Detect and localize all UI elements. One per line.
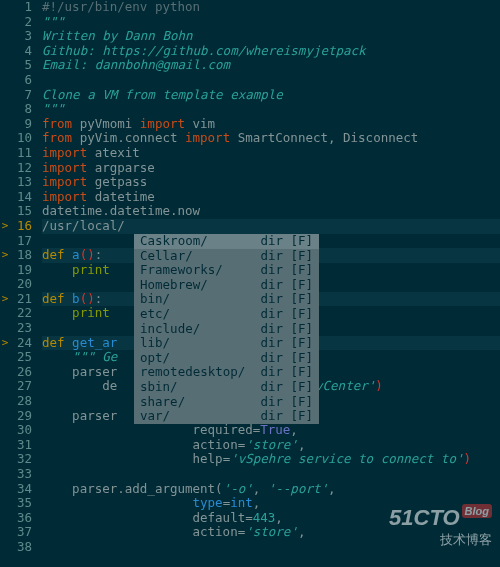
code-line: import atexit (42, 146, 500, 161)
code-line: import datetime (42, 190, 500, 205)
line-number: 37 (10, 525, 32, 540)
line-number: 10 (10, 131, 32, 146)
line-number: 7 (10, 88, 32, 103)
gutter-sign (0, 58, 10, 73)
line-number: 12 (10, 161, 32, 176)
code-line: from pyVim.connect import SmartConnect, … (42, 131, 500, 146)
completion-item[interactable]: sbin/ dir [F] (134, 380, 319, 395)
gutter-sign (0, 409, 10, 424)
gutter-sign: > (0, 292, 10, 307)
gutter-sign (0, 15, 10, 30)
gutter-sign (0, 29, 10, 44)
gutter-sign (0, 146, 10, 161)
gutter-sign (0, 204, 10, 219)
code-line: datetime.datetime.now (42, 204, 500, 219)
completion-item[interactable]: var/ dir [F] (134, 409, 319, 424)
line-number: 21 (10, 292, 32, 307)
code-line: parser.add_argument('-o', '--port', (42, 482, 500, 497)
line-number: 6 (10, 73, 32, 88)
line-number: 24 (10, 336, 32, 351)
code-line (42, 540, 500, 555)
completion-item[interactable]: Frameworks/ dir [F] (134, 263, 319, 278)
line-number: 2 (10, 15, 32, 30)
gutter-sign (0, 190, 10, 205)
code-line-current: /usr/local/ (42, 219, 500, 234)
code-line: Clone a VM from template example (42, 88, 500, 103)
code-line: """ (42, 102, 500, 117)
line-number: 27 (10, 379, 32, 394)
code-line: #!/usr/bin/env python (42, 0, 500, 15)
code-line: Written by Dann Bohn (42, 29, 500, 44)
line-number: 11 (10, 146, 32, 161)
completion-item[interactable]: Caskroom/ dir [F] (134, 234, 319, 249)
gutter-sign (0, 88, 10, 103)
gutter-sign (0, 277, 10, 292)
gutter-sign (0, 525, 10, 540)
gutter-sign (0, 438, 10, 453)
gutter-sign (0, 467, 10, 482)
code-line: from pyVmomi import vim (42, 117, 500, 132)
completion-item[interactable]: Cellar/ dir [F] (134, 249, 319, 264)
line-number: 23 (10, 321, 32, 336)
line-number: 18 (10, 248, 32, 263)
code-editor[interactable]: >>>> 12345678910111213141516171819202122… (0, 0, 500, 567)
code-line: help='vSpehre service to connect to') (42, 452, 500, 467)
completion-item[interactable]: share/ dir [F] (134, 395, 319, 410)
line-number: 22 (10, 306, 32, 321)
line-number: 8 (10, 102, 32, 117)
line-number: 3 (10, 29, 32, 44)
code-area[interactable]: #!/usr/bin/env python """ Written by Dan… (38, 0, 500, 567)
gutter-sign (0, 350, 10, 365)
line-number: 36 (10, 511, 32, 526)
line-number: 26 (10, 365, 32, 380)
gutter-sign (0, 321, 10, 336)
gutter-sign (0, 423, 10, 438)
line-number: 25 (10, 350, 32, 365)
gutter-sign (0, 496, 10, 511)
gutter-sign: > (0, 336, 10, 351)
gutter-sign (0, 482, 10, 497)
line-number: 17 (10, 234, 32, 249)
gutter-sign (0, 102, 10, 117)
completion-item[interactable]: lib/ dir [F] (134, 336, 319, 351)
gutter-sign (0, 379, 10, 394)
completion-item[interactable]: bin/ dir [F] (134, 292, 319, 307)
line-number: 19 (10, 263, 32, 278)
completion-item[interactable]: opt/ dir [F] (134, 351, 319, 366)
code-line: Email: dannbohn@gmail.com (42, 58, 500, 73)
line-number: 9 (10, 117, 32, 132)
line-number: 5 (10, 58, 32, 73)
code-line: import argparse (42, 161, 500, 176)
line-number: 38 (10, 540, 32, 555)
completion-item[interactable]: Homebrew/ dir [F] (134, 278, 319, 293)
line-number: 34 (10, 482, 32, 497)
code-line: required=True, (42, 423, 500, 438)
line-number: 16 (10, 219, 32, 234)
code-line (42, 73, 500, 88)
gutter-sign (0, 394, 10, 409)
code-line: import getpass (42, 175, 500, 190)
line-number: 14 (10, 190, 32, 205)
gutter-sign (0, 263, 10, 278)
line-number: 31 (10, 438, 32, 453)
gutter-sign (0, 175, 10, 190)
completion-item[interactable]: include/ dir [F] (134, 322, 319, 337)
code-line: type=int, (42, 496, 500, 511)
line-number: 4 (10, 44, 32, 59)
gutter-sign (0, 511, 10, 526)
gutter-sign (0, 234, 10, 249)
code-line: """ (42, 15, 500, 30)
gutter-sign (0, 306, 10, 321)
completion-popup[interactable]: Caskroom/ dir [F]Cellar/ dir [F]Framewor… (134, 234, 319, 424)
completion-item[interactable]: etc/ dir [F] (134, 307, 319, 322)
code-line: action='store', (42, 438, 500, 453)
code-line: action='store', (42, 525, 500, 540)
completion-item[interactable]: remotedesktop/ dir [F] (134, 365, 319, 380)
line-number: 30 (10, 423, 32, 438)
line-number: 32 (10, 452, 32, 467)
line-number: 29 (10, 409, 32, 424)
line-number: 33 (10, 467, 32, 482)
line-number: 35 (10, 496, 32, 511)
line-number: 28 (10, 394, 32, 409)
code-line: default=443, (42, 511, 500, 526)
